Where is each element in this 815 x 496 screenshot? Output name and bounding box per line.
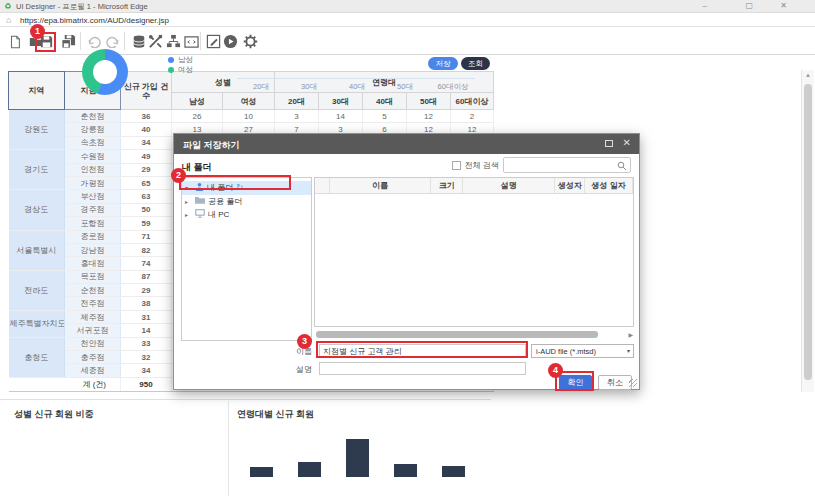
region-cell: 충청도: [9, 337, 65, 377]
list-column-header[interactable]: 생성자: [555, 178, 585, 193]
redo-icon: [105, 35, 120, 48]
count-cell: 36: [121, 110, 172, 123]
grid-save-button[interactable]: 저장: [428, 57, 458, 70]
region-cell: 제주특별자치도: [9, 310, 65, 337]
region-cell: 경상도: [9, 190, 65, 230]
store-cell: 강남점: [65, 243, 121, 256]
table-row: 강원도춘천점3626103145122: [9, 110, 494, 123]
list-column-header[interactable]: [315, 178, 330, 193]
file-name-input[interactable]: [319, 344, 526, 358]
resize-handle[interactable]: [629, 379, 637, 387]
value-cell: 12: [407, 110, 451, 123]
tree-item-label[interactable]: 공용 폴더: [208, 196, 242, 207]
col-header-30s: 30대: [319, 93, 363, 110]
tree-item[interactable]: ▸내 PC: [182, 208, 311, 222]
tree-item[interactable]: ▾내 폴더↻: [182, 181, 311, 195]
col-header-female: 여성: [223, 93, 275, 110]
col-header-count: 신규 가입 건수: [121, 72, 172, 110]
pc-icon: [195, 209, 205, 220]
file-list[interactable]: 이름크기설명생성자생성 일자: [314, 177, 634, 327]
settings-button[interactable]: [242, 33, 259, 50]
dashboard-charts: 성별 신규 회원 비중 연령대별 신규 회원: [0, 399, 491, 496]
hierarchy-button[interactable]: [165, 33, 182, 50]
tree-collapsed-icon[interactable]: ▸: [185, 211, 192, 218]
list-column-header[interactable]: 설명: [463, 178, 555, 193]
edit-button[interactable]: [205, 33, 222, 50]
save-as-button[interactable]: [60, 33, 77, 50]
close-button[interactable]: ✕: [780, 1, 787, 10]
tree-item-label[interactable]: 내 폴더: [207, 182, 233, 193]
col-header-40s: 40대: [363, 93, 407, 110]
dialog-titlebar[interactable]: 파일 저장하기 ✕: [174, 134, 639, 154]
bar-chart-axis: [237, 78, 475, 79]
page-scrollbar[interactable]: ▲: [801, 70, 814, 392]
count-cell: 29: [121, 163, 172, 176]
store-cell: 강릉점: [65, 123, 121, 136]
count-cell: 65: [121, 176, 172, 189]
search-area: 전체 검색: [452, 157, 631, 173]
annotation-step-4: 4: [548, 363, 563, 378]
folder-tree: ▾내 폴더↻▸공용 폴더▸내 PC: [181, 177, 312, 341]
legend-label: 남성: [178, 55, 193, 65]
list-column-header[interactable]: 크기: [431, 178, 463, 193]
toolbar-separator: [200, 32, 201, 50]
dataset-button[interactable]: [130, 33, 147, 50]
count-cell: 49: [121, 150, 172, 163]
value-cell: 5: [363, 110, 407, 123]
region-cell: 전라도: [9, 270, 65, 310]
tools-button[interactable]: [147, 33, 164, 50]
value-cell: 2: [451, 110, 494, 123]
description-input[interactable]: [319, 362, 526, 375]
donut-chart-title: 성별 신규 회원 비중: [14, 408, 94, 421]
designer-toolbar: [0, 27, 815, 55]
undo-button[interactable]: [86, 33, 103, 50]
region-cell: 경기도: [9, 150, 65, 190]
value-cell: 14: [319, 110, 363, 123]
minimize-button[interactable]: –: [703, 1, 707, 10]
hscrollbar-thumb[interactable]: [316, 331, 598, 338]
dialog-close-icon[interactable]: ✕: [623, 137, 631, 148]
scroll-up-icon[interactable]: ▲: [805, 72, 811, 78]
description-label: 설명: [296, 364, 312, 375]
tree-expanded-icon[interactable]: ▾: [185, 184, 192, 191]
gender-donut-chart: [82, 49, 128, 95]
region-cell: 서울특별시: [9, 230, 65, 270]
gear-icon: [243, 34, 258, 49]
page-icon: ⌂: [6, 15, 11, 25]
ok-button[interactable]: 확인: [559, 375, 592, 390]
search-input[interactable]: [503, 157, 631, 173]
redo-button[interactable]: [104, 33, 121, 50]
url-bar[interactable]: ⌂ https://epa.bimatrix.com/AUD/designer.…: [0, 13, 815, 27]
annotation-step-1: 1: [30, 24, 45, 39]
refresh-icon[interactable]: ↻: [236, 183, 243, 192]
scrollbar-thumb[interactable]: [804, 84, 812, 380]
list-column-header[interactable]: 이름: [330, 178, 431, 193]
tree-collapsed-icon[interactable]: ▸: [185, 198, 192, 205]
store-cell: 세종점: [65, 364, 121, 377]
undo-icon: [87, 35, 102, 48]
script-button[interactable]: [183, 33, 200, 50]
list-column-header[interactable]: 생성 일자: [585, 178, 633, 193]
new-file-button[interactable]: [6, 33, 23, 50]
search-all-checkbox[interactable]: [452, 161, 461, 170]
grid-query-button[interactable]: 조회: [461, 57, 490, 70]
cancel-button[interactable]: 취소: [598, 375, 632, 390]
tree-item-label[interactable]: 내 PC: [208, 209, 229, 220]
store-cell: 수원점: [65, 150, 121, 163]
col-header-region: 지역: [9, 72, 65, 110]
legend-label: 여성: [178, 65, 193, 75]
count-cell: 14: [121, 324, 172, 337]
new-file-icon: [8, 35, 22, 49]
file-list-hscrollbar[interactable]: ▶: [314, 329, 634, 340]
run-button[interactable]: [222, 33, 239, 50]
file-type-select[interactable]: i-AUD file (*.mtsd) ▾: [531, 344, 634, 358]
legend-item: 여성: [168, 65, 193, 75]
address-url[interactable]: https://epa.bimatrix.com/AUD/designer.js…: [20, 16, 169, 25]
dialog-maximize-icon[interactable]: [605, 140, 613, 147]
count-cell: 82: [121, 243, 172, 256]
count-cell: 32: [121, 351, 172, 364]
scroll-right-icon[interactable]: ▶: [628, 331, 633, 338]
bar-category-label: 40대: [333, 82, 381, 92]
maximize-button[interactable]: ▢: [745, 1, 753, 10]
tree-item[interactable]: ▸공용 폴더: [182, 195, 311, 209]
